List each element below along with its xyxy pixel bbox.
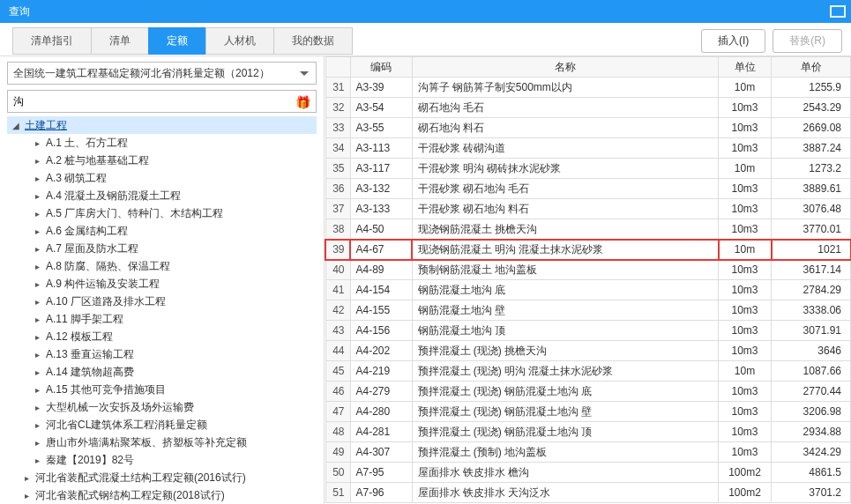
table-row[interactable]: 45A4-219预拌混凝土 (现浇) 明沟 混凝土抹水泥砂浆10m1087.66 (325, 361, 851, 382)
cell-rownum: 50 (325, 463, 350, 483)
table-row[interactable]: 32A3-54砌石地沟 毛石10m32543.29 (325, 98, 851, 118)
cell-price: 2934.88 (772, 422, 851, 442)
tree-item[interactable]: ▸A.13 垂直运输工程 (7, 345, 317, 363)
table-row[interactable]: 51A7-96屋面排水 铁皮排水 天沟泛水100m23701.2 (325, 483, 851, 503)
tree-item[interactable]: ▸A.15 其他可竞争措施项目 (7, 381, 317, 398)
cell-unit: 10m (719, 78, 772, 98)
table-row[interactable]: 48A4-281预拌混凝土 (现浇) 钢筋混凝土地沟 顶10m32934.88 (325, 422, 851, 442)
tree-item[interactable]: ▸A.6 金属结构工程 (7, 222, 317, 240)
expand-icon[interactable]: ▸ (32, 209, 42, 219)
expand-icon[interactable]: ▸ (32, 456, 42, 465)
col-rownum (325, 57, 350, 78)
expand-icon[interactable]: ▸ (32, 297, 42, 307)
table-row[interactable]: 43A4-156钢筋混凝土地沟 顶10m33071.91 (325, 321, 851, 341)
expand-icon[interactable]: ▸ (32, 226, 42, 236)
expand-icon[interactable]: ▸ (32, 403, 42, 412)
expand-icon[interactable]: ▸ (32, 156, 42, 166)
search-box[interactable]: 🎁 (7, 90, 317, 113)
col-name[interactable]: 名称 (412, 57, 719, 78)
expand-icon[interactable]: ▸ (32, 438, 42, 448)
tree-item[interactable]: ▸A.8 防腐、隔热、保温工程 (7, 257, 317, 275)
table-row[interactable]: 33A3-55砌石地沟 料石10m32669.08 (325, 118, 851, 138)
table-row[interactable]: 47A4-280预拌混凝土 (现浇) 钢筋混凝土地沟 壁10m33206.98 (325, 402, 851, 422)
search-input[interactable] (13, 95, 291, 107)
expand-icon[interactable]: ▸ (32, 244, 42, 254)
tree-item[interactable]: ▸河北省装配式混凝土结构工程定额(2016试行) (7, 469, 317, 486)
table-row[interactable]: 46A4-279预拌混凝土 (现浇) 钢筋混凝土地沟 底10m32770.44 (325, 382, 851, 402)
expand-icon[interactable]: ▸ (32, 262, 42, 271)
tab-list-guide[interactable]: 清单指引 (12, 27, 92, 55)
expand-icon[interactable]: ▸ (32, 332, 42, 342)
tab-my-data[interactable]: 我的数据 (273, 27, 353, 55)
expand-icon[interactable]: ▸ (32, 367, 42, 377)
tree-item[interactable]: ▸A.14 建筑物超高费 (7, 363, 317, 381)
table-row[interactable]: 37A3-133干混砂浆 砌石地沟 料石10m33076.48 (325, 199, 851, 219)
tree-item[interactable]: ▸A.3 砌筑工程 (7, 169, 317, 187)
table-row[interactable]: 31A3-39沟箅子 钢筋箅子制安500mm以内10m1255.9 (325, 78, 851, 98)
table-row[interactable]: 39A4-67现浇钢筋混凝土 明沟 混凝土抹水泥砂浆10m1021 (325, 240, 851, 260)
tab-quota[interactable]: 定额 (148, 27, 206, 55)
tree-item[interactable]: ▸A.5 厂库房大门、特种门、木结构工程 (7, 204, 317, 222)
maximize-icon[interactable] (830, 5, 846, 18)
expand-icon[interactable]: ▸ (32, 191, 42, 201)
expand-icon[interactable]: ▸ (32, 279, 42, 289)
tree-item[interactable]: ▸河北省装配式钢结构工程定额(2018试行) (7, 486, 317, 504)
expand-icon[interactable]: ▸ (32, 350, 42, 359)
table-row[interactable]: 40A4-89预制钢筋混凝土 地沟盖板10m33617.14 (325, 260, 851, 280)
cell-price: 2543.29 (772, 98, 851, 118)
expand-icon[interactable]: ▸ (21, 473, 32, 483)
expand-icon[interactable]: ▸ (32, 420, 42, 430)
tree-item[interactable]: ▸秦建【2019】82号 (7, 451, 317, 469)
expand-icon[interactable]: ▸ (32, 138, 42, 148)
cell-name: 预拌混凝土 (现浇) 明沟 混凝土抹水泥砂浆 (412, 361, 719, 382)
gift-icon[interactable]: 🎁 (295, 95, 310, 109)
tree-item[interactable]: ▸A.1 土、石方工程 (7, 134, 317, 152)
insert-button[interactable]: 插入(I) (701, 29, 765, 53)
tab-material[interactable]: 人材机 (205, 27, 274, 55)
tab-list[interactable]: 清单 (91, 27, 149, 55)
cell-rownum: 40 (325, 260, 350, 280)
tree-item[interactable]: ▸河北省CL建筑体系工程消耗量定额 (7, 416, 317, 434)
expand-icon[interactable]: ▸ (32, 315, 42, 324)
table-row[interactable]: 42A4-155钢筋混凝土地沟 壁10m33338.06 (325, 300, 851, 321)
tree-item[interactable]: ▸大型机械一次安拆及场外运输费 (7, 398, 317, 416)
table-row[interactable]: 36A3-132干混砂浆 砌石地沟 毛石10m33889.61 (325, 179, 851, 199)
cell-code: A4-154 (350, 280, 412, 300)
table-row[interactable]: 34A3-113干混砂浆 砖砌沟道10m33887.24 (325, 138, 851, 159)
table-row[interactable]: 49A4-307预拌混凝土 (预制) 地沟盖板10m33424.29 (325, 442, 851, 463)
table-row[interactable]: 44A4-202预拌混凝土 (现浇) 挑檐天沟10m33646 (325, 341, 851, 361)
tree-item[interactable]: ▸A.9 构件运输及安装工程 (7, 275, 317, 293)
tree-item-label: A.6 金属结构工程 (46, 224, 128, 239)
cell-name: 砌石地沟 料石 (412, 118, 719, 138)
table-header-row: 编码 名称 单位 单价 (325, 57, 851, 78)
cell-unit: 10m3 (719, 442, 772, 463)
cell-unit: 10m3 (719, 260, 772, 280)
tree-item[interactable]: ▸A.7 屋面及防水工程 (7, 240, 317, 257)
tree-item[interactable]: ▸A.11 脚手架工程 (7, 310, 317, 328)
left-panel: 全国统一建筑工程基础定额河北省消耗量定额（2012） 🎁 ◢ 土建工程 ▸A.1… (0, 56, 325, 504)
tree-item[interactable]: ▸A.2 桩与地基基础工程 (7, 152, 317, 169)
tree-root-label[interactable]: 土建工程 (25, 118, 67, 133)
tree-item[interactable]: ▸唐山市外墙满粘聚苯板、挤塑板等补充定额 (7, 434, 317, 451)
col-code[interactable]: 编码 (350, 57, 412, 78)
table-row[interactable]: 38A4-50现浇钢筋混凝土 挑檐天沟10m33770.01 (325, 219, 851, 240)
tree-item[interactable]: ▸A.10 厂区道路及排水工程 (7, 293, 317, 310)
expand-icon[interactable]: ▸ (21, 491, 32, 500)
col-price[interactable]: 单价 (772, 57, 851, 78)
cell-name: 干混砂浆 明沟 砌砖抹水泥砂浆 (412, 159, 719, 179)
cell-rownum: 47 (325, 402, 350, 422)
col-unit[interactable]: 单位 (719, 57, 772, 78)
tree-root[interactable]: ◢ 土建工程 (7, 116, 317, 134)
cell-code: A4-202 (350, 341, 412, 361)
expand-icon[interactable]: ▸ (32, 385, 42, 395)
quota-library-dropdown[interactable]: 全国统一建筑工程基础定额河北省消耗量定额（2012） (7, 62, 317, 85)
table-row[interactable]: 35A3-117干混砂浆 明沟 砌砖抹水泥砂浆10m1273.2 (325, 159, 851, 179)
cell-rownum: 31 (325, 78, 350, 98)
collapse-icon[interactable]: ◢ (11, 121, 21, 130)
expand-icon[interactable]: ▸ (32, 174, 42, 183)
table-row[interactable]: 41A4-154钢筋混凝土地沟 底10m32784.29 (325, 280, 851, 300)
tree-item[interactable]: ▸A.12 模板工程 (7, 328, 317, 345)
tree-item[interactable]: ▸A.4 混凝土及钢筋混凝土工程 (7, 187, 317, 204)
table-row[interactable]: 50A7-95屋面排水 铁皮排水 檐沟100m24861.5 (325, 463, 851, 483)
cell-price: 3206.98 (772, 402, 851, 422)
